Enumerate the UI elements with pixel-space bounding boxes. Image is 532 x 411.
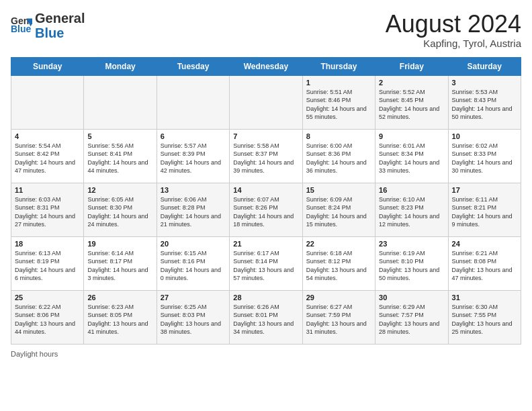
day-info: Sunrise: 6:07 AM Sunset: 8:26 PM Dayligh… [233, 195, 298, 229]
day-cell: 16Sunrise: 6:10 AM Sunset: 8:23 PM Dayli… [375, 183, 448, 236]
day-cell: 8Sunrise: 6:00 AM Sunset: 8:36 PM Daylig… [302, 129, 375, 183]
day-number: 11 [15, 186, 80, 194]
week-row-5: 25Sunrise: 6:22 AM Sunset: 8:06 PM Dayli… [11, 290, 521, 344]
day-info: Sunrise: 5:54 AM Sunset: 8:42 PM Dayligh… [15, 142, 80, 175]
day-number: 7 [233, 132, 298, 140]
day-number: 14 [233, 186, 298, 194]
day-info: Sunrise: 6:19 AM Sunset: 8:10 PM Dayligh… [379, 249, 444, 283]
day-cell: 3Sunrise: 5:53 AM Sunset: 8:43 PM Daylig… [448, 75, 521, 129]
day-info: Sunrise: 6:27 AM Sunset: 7:59 PM Dayligh… [306, 303, 371, 336]
day-info: Sunrise: 6:03 AM Sunset: 8:31 PM Dayligh… [15, 195, 80, 229]
day-cell: 9Sunrise: 6:01 AM Sunset: 8:34 PM Daylig… [375, 129, 448, 183]
day-info: Sunrise: 6:00 AM Sunset: 8:36 PM Dayligh… [306, 142, 371, 175]
day-cell: 12Sunrise: 6:05 AM Sunset: 8:30 PM Dayli… [84, 183, 157, 236]
day-number: 13 [161, 186, 226, 194]
day-cell: 4Sunrise: 5:54 AM Sunset: 8:42 PM Daylig… [11, 129, 84, 183]
day-number: 4 [15, 132, 80, 140]
day-cell: 2Sunrise: 5:52 AM Sunset: 8:45 PM Daylig… [375, 75, 448, 129]
day-number: 26 [87, 293, 152, 302]
day-number: 3 [452, 79, 517, 87]
day-cell: 23Sunrise: 6:19 AM Sunset: 8:10 PM Dayli… [375, 236, 448, 290]
day-cell: 17Sunrise: 6:11 AM Sunset: 8:21 PM Dayli… [448, 183, 521, 236]
day-number: 18 [15, 240, 80, 248]
page-header: General Blue General Blue August 2024 Ka… [11, 11, 521, 49]
logo: General Blue General Blue [11, 11, 85, 40]
days-header-row: SundayMondayTuesdayWednesdayThursdayFrid… [11, 57, 521, 75]
day-number: 1 [306, 79, 371, 87]
day-info: Sunrise: 5:51 AM Sunset: 8:46 PM Dayligh… [306, 88, 371, 122]
day-number: 30 [379, 293, 444, 302]
day-info: Sunrise: 5:57 AM Sunset: 8:39 PM Dayligh… [161, 142, 226, 175]
day-cell: 27Sunrise: 6:25 AM Sunset: 8:03 PM Dayli… [157, 290, 229, 344]
day-info: Sunrise: 6:13 AM Sunset: 8:19 PM Dayligh… [15, 249, 80, 283]
day-number: 17 [452, 186, 517, 194]
day-number: 6 [161, 132, 226, 140]
logo-text-block: General Blue [35, 11, 85, 40]
day-info: Sunrise: 5:53 AM Sunset: 8:43 PM Dayligh… [452, 88, 517, 122]
day-header-tuesday: Tuesday [157, 57, 229, 75]
day-header-friday: Friday [375, 57, 448, 75]
day-cell [11, 75, 84, 129]
day-info: Sunrise: 6:02 AM Sunset: 8:33 PM Dayligh… [452, 142, 517, 175]
day-number: 21 [233, 240, 298, 248]
day-number: 27 [161, 293, 226, 302]
day-header-saturday: Saturday [448, 57, 521, 75]
day-number: 10 [452, 132, 517, 140]
day-number: 16 [379, 186, 444, 194]
day-number: 8 [306, 132, 371, 140]
day-cell: 24Sunrise: 6:21 AM Sunset: 8:08 PM Dayli… [448, 236, 521, 290]
day-number: 20 [161, 240, 226, 248]
day-info: Sunrise: 6:10 AM Sunset: 8:23 PM Dayligh… [379, 195, 444, 229]
day-header-wednesday: Wednesday [230, 57, 302, 75]
location: Kapfing, Tyrol, Austria [386, 38, 521, 49]
day-number: 5 [87, 132, 152, 140]
day-cell: 31Sunrise: 6:30 AM Sunset: 7:55 PM Dayli… [448, 290, 521, 344]
day-cell: 1Sunrise: 5:51 AM Sunset: 8:46 PM Daylig… [302, 75, 375, 129]
day-number: 29 [306, 293, 371, 302]
day-cell: 29Sunrise: 6:27 AM Sunset: 7:59 PM Dayli… [302, 290, 375, 344]
day-number: 9 [379, 132, 444, 140]
day-info: Sunrise: 5:52 AM Sunset: 8:45 PM Dayligh… [379, 88, 444, 122]
day-cell [84, 75, 157, 129]
day-cell: 19Sunrise: 6:14 AM Sunset: 8:17 PM Dayli… [84, 236, 157, 290]
calendar-table: SundayMondayTuesdayWednesdayThursdayFrid… [11, 57, 521, 345]
svg-text:Blue: Blue [11, 24, 32, 34]
day-number: 31 [452, 293, 517, 302]
day-cell: 6Sunrise: 5:57 AM Sunset: 8:39 PM Daylig… [157, 129, 229, 183]
day-info: Sunrise: 6:09 AM Sunset: 8:24 PM Dayligh… [306, 195, 371, 229]
day-cell [230, 75, 302, 129]
day-cell: 15Sunrise: 6:09 AM Sunset: 8:24 PM Dayli… [302, 183, 375, 236]
day-number: 22 [306, 240, 371, 248]
week-row-3: 11Sunrise: 6:03 AM Sunset: 8:31 PM Dayli… [11, 183, 521, 236]
day-cell [157, 75, 229, 129]
day-number: 24 [452, 240, 517, 248]
day-info: Sunrise: 6:01 AM Sunset: 8:34 PM Dayligh… [379, 142, 444, 175]
day-info: Sunrise: 6:14 AM Sunset: 8:17 PM Dayligh… [87, 249, 152, 283]
day-cell: 22Sunrise: 6:18 AM Sunset: 8:12 PM Dayli… [302, 236, 375, 290]
day-cell: 30Sunrise: 6:29 AM Sunset: 7:57 PM Dayli… [375, 290, 448, 344]
day-info: Sunrise: 6:06 AM Sunset: 8:28 PM Dayligh… [161, 195, 226, 229]
day-cell: 14Sunrise: 6:07 AM Sunset: 8:26 PM Dayli… [230, 183, 302, 236]
title-block: August 2024 Kapfing, Tyrol, Austria [386, 11, 521, 49]
footer: Daylight hours [11, 350, 521, 358]
day-info: Sunrise: 6:18 AM Sunset: 8:12 PM Dayligh… [306, 249, 371, 283]
week-row-4: 18Sunrise: 6:13 AM Sunset: 8:19 PM Dayli… [11, 236, 521, 290]
day-info: Sunrise: 6:29 AM Sunset: 7:57 PM Dayligh… [379, 303, 444, 336]
day-info: Sunrise: 6:23 AM Sunset: 8:05 PM Dayligh… [87, 303, 152, 336]
day-cell: 25Sunrise: 6:22 AM Sunset: 8:06 PM Dayli… [11, 290, 84, 344]
logo-blue: Blue [35, 26, 85, 40]
day-info: Sunrise: 5:58 AM Sunset: 8:37 PM Dayligh… [233, 142, 298, 175]
day-info: Sunrise: 6:21 AM Sunset: 8:08 PM Dayligh… [452, 249, 517, 283]
day-number: 28 [233, 293, 298, 302]
day-info: Sunrise: 6:05 AM Sunset: 8:30 PM Dayligh… [87, 195, 152, 229]
day-info: Sunrise: 5:56 AM Sunset: 8:41 PM Dayligh… [87, 142, 152, 175]
day-header-monday: Monday [84, 57, 157, 75]
day-info: Sunrise: 6:26 AM Sunset: 8:01 PM Dayligh… [233, 303, 298, 336]
day-number: 12 [87, 186, 152, 194]
day-info: Sunrise: 6:11 AM Sunset: 8:21 PM Dayligh… [452, 195, 517, 229]
day-number: 25 [15, 293, 80, 302]
day-cell: 13Sunrise: 6:06 AM Sunset: 8:28 PM Dayli… [157, 183, 229, 236]
day-header-sunday: Sunday [11, 57, 84, 75]
logo-icon: General Blue [11, 13, 32, 38]
logo-general: General [35, 11, 85, 26]
